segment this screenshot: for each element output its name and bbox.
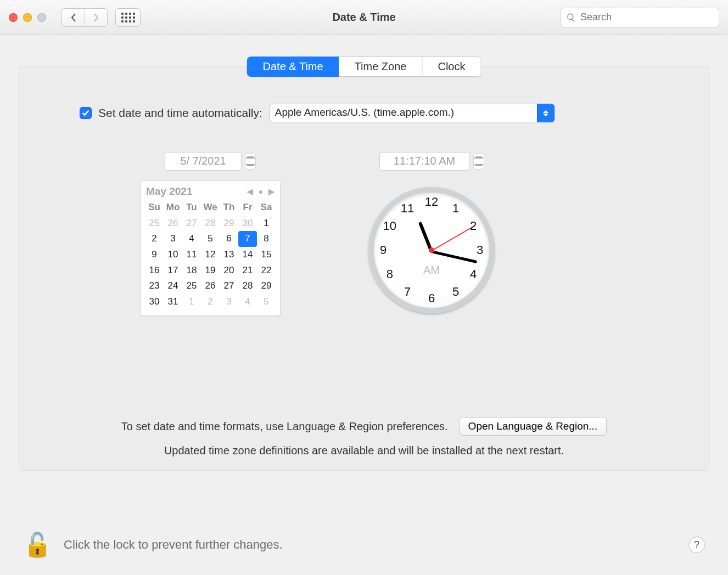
date-stepper[interactable] (245, 153, 256, 170)
clock-center-pin (429, 247, 434, 253)
calendar-day[interactable]: 9 (145, 247, 164, 263)
calendar-weekday: Fr (238, 200, 257, 216)
calendar-day[interactable]: 5 (201, 231, 220, 247)
clock-number: 10 (383, 219, 396, 233)
calendar-weekday: Mo (164, 200, 182, 216)
calendar-day[interactable]: 4 (238, 294, 257, 310)
calendar-day[interactable]: 28 (201, 216, 220, 232)
clock-number: 12 (425, 195, 438, 209)
clock-minute-hand (431, 250, 477, 263)
time-field[interactable]: 11:17:10 AM (379, 152, 470, 171)
calendar-day[interactable]: 31 (164, 294, 182, 310)
calendar-day[interactable]: 17 (164, 263, 182, 279)
calendar-day[interactable]: 13 (220, 247, 238, 263)
lock-icon[interactable]: 🔓 (23, 533, 52, 556)
panel-footer: To set date and time formats, use Langua… (19, 417, 709, 457)
calendar-day[interactable]: 18 (182, 263, 201, 279)
clock-number: 9 (380, 243, 387, 257)
formats-hint: To set date and time formats, use Langua… (121, 420, 448, 433)
calendar-day[interactable]: 25 (145, 216, 164, 232)
calendar-day[interactable]: 22 (257, 263, 276, 279)
calendar-next-month[interactable]: ▶ (268, 187, 275, 196)
calendar-day[interactable]: 27 (182, 216, 201, 232)
chevron-down-icon (543, 114, 548, 116)
calendar-day[interactable]: 26 (164, 216, 182, 232)
date-field[interactable]: 5/ 7/2021 (165, 152, 242, 171)
calendar-weekday: Sa (257, 200, 276, 216)
search-wrap (560, 8, 719, 27)
calendar-day[interactable]: 24 (164, 278, 182, 294)
traffic-lights (9, 13, 46, 22)
clock-number: 8 (387, 267, 393, 281)
calendar-day[interactable]: 29 (220, 216, 238, 232)
preferences-panel: Date & Time Time Zone Clock Set date and… (19, 66, 709, 471)
calendar-prev-month[interactable]: ◀ (247, 187, 253, 196)
calendar-day[interactable]: 8 (257, 231, 276, 247)
calendar-day[interactable]: 4 (182, 231, 201, 247)
tab-time-zone[interactable]: Time Zone (339, 57, 423, 77)
calendar-day[interactable]: 2 (145, 231, 164, 247)
search-field[interactable] (560, 8, 719, 27)
open-language-region-button[interactable]: Open Language & Region... (459, 417, 607, 436)
calendar-day[interactable]: 29 (257, 278, 276, 294)
calendar-day[interactable]: 21 (238, 263, 257, 279)
show-all-prefs-button[interactable] (115, 8, 141, 27)
tab-clock[interactable]: Clock (422, 57, 481, 77)
calendar-day[interactable]: 26 (201, 278, 220, 294)
calendar-grid: SuMoTuWeThFrSa25262728293012345678910111… (145, 200, 276, 310)
back-button[interactable] (61, 8, 85, 27)
lock-row: 🔓 Click the lock to prevent further chan… (23, 533, 705, 556)
date-field-wrap: 5/ 7/2021 (165, 152, 256, 171)
chevron-up-icon (474, 156, 484, 159)
calendar-day[interactable]: 27 (220, 278, 238, 294)
forward-button[interactable] (85, 8, 108, 27)
calendar-day[interactable]: 5 (257, 294, 276, 310)
tab-date-time[interactable]: Date & Time (247, 57, 339, 77)
calendar-day[interactable]: 20 (220, 263, 238, 279)
help-button[interactable]: ? (688, 537, 705, 553)
calendar-day[interactable]: 7 (238, 231, 257, 247)
calendar-day[interactable]: 11 (182, 247, 201, 263)
calendar-today[interactable]: ● (259, 187, 263, 196)
analog-clock: AM 121234567891011 (368, 187, 495, 313)
calendar-day[interactable]: 30 (238, 216, 257, 232)
time-stepper[interactable] (473, 153, 484, 170)
calendar-day[interactable]: 12 (201, 247, 220, 263)
time-server-dropdown-button[interactable] (537, 104, 555, 122)
window-toolbar: Date & Time (0, 0, 728, 35)
time-server-select[interactable]: Apple Americas/U.S. (time.apple.com.) (269, 104, 555, 122)
minimize-window-button[interactable] (23, 13, 32, 22)
calendar-weekday: Tu (182, 200, 201, 216)
date-time-columns: 5/ 7/2021 May 2021 ◀ ● ▶ SuMoTuWeThFrSa2… (19, 122, 709, 316)
calendar-day[interactable]: 1 (257, 216, 276, 232)
calendar-day[interactable]: 15 (257, 247, 276, 263)
calendar-day[interactable]: 2 (201, 294, 220, 310)
clock-number: 7 (404, 285, 411, 299)
auto-set-checkbox[interactable] (80, 107, 92, 119)
calendar-day[interactable]: 1 (182, 294, 201, 310)
calendar-day[interactable]: 25 (182, 278, 201, 294)
calendar-day[interactable]: 30 (145, 294, 164, 310)
calendar-weekday: Su (145, 200, 164, 216)
search-input[interactable] (580, 12, 713, 23)
calendar-day[interactable]: 28 (238, 278, 257, 294)
time-field-wrap: 11:17:10 AM (379, 152, 484, 171)
calendar-day[interactable]: 10 (164, 247, 182, 263)
clock-ampm: AM (423, 264, 440, 277)
auto-set-label: Set date and time automatically: (98, 106, 262, 120)
calendar-day[interactable]: 3 (164, 231, 182, 247)
calendar-day[interactable]: 3 (220, 294, 238, 310)
chevron-down-icon (474, 164, 484, 166)
close-window-button[interactable] (9, 13, 18, 22)
clock-number: 6 (428, 291, 435, 306)
calendar-day[interactable]: 19 (201, 263, 220, 279)
search-icon (566, 13, 576, 22)
calendar-day[interactable]: 16 (145, 263, 164, 279)
time-server-value: Apple Americas/U.S. (time.apple.com.) (269, 104, 537, 122)
tab-bar: Date & Time Time Zone Clock (247, 57, 481, 77)
calendar-day[interactable]: 6 (220, 231, 238, 247)
calendar-day[interactable]: 14 (238, 247, 257, 263)
lock-hint: Click the lock to prevent further change… (64, 538, 283, 552)
calendar-day[interactable]: 23 (145, 278, 164, 294)
zoom-window-button[interactable] (37, 13, 46, 22)
